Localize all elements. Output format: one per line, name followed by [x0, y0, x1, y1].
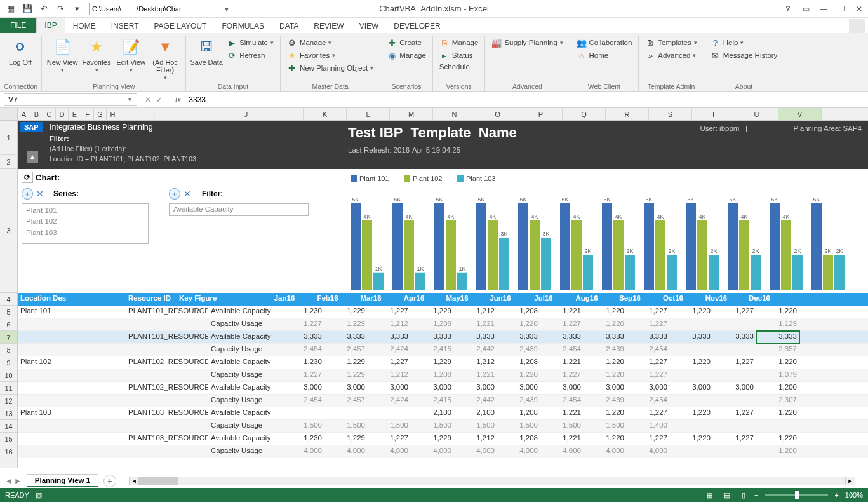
- cell-value[interactable]: 1,230: [281, 356, 324, 369]
- cell-value[interactable]: 1,220: [756, 356, 799, 369]
- col-month[interactable]: Jun16: [479, 294, 522, 304]
- row-header[interactable]: 5: [0, 306, 17, 318]
- cell-resource[interactable]: PLANT101_RESOURCE: [126, 306, 208, 318]
- table-row[interactable]: Capacity Usage2,4542,4572,4242,4152,4422…: [18, 395, 868, 407]
- cell-value[interactable]: 2,424: [368, 395, 411, 407]
- path-input[interactable]: [89, 3, 222, 15]
- cell-value[interactable]: 1,220: [670, 306, 713, 318]
- scen-create-button[interactable]: ✚Create: [384, 37, 429, 48]
- cell-value[interactable]: 3,000: [713, 382, 756, 394]
- cell-location[interactable]: [18, 433, 126, 445]
- column-header[interactable]: M: [390, 108, 433, 120]
- cell-keyfigure[interactable]: Available Capacity: [208, 306, 281, 318]
- table-row[interactable]: Capacity Usage1,2271,2291,2121,2081,2211…: [18, 369, 868, 382]
- favorites-button[interactable]: ★Favorites: [80, 36, 113, 74]
- cell-value[interactable]: 1,229: [324, 318, 368, 330]
- horizontal-scrollbar[interactable]: ◄ ►: [129, 476, 855, 486]
- collapse-icon[interactable]: ▲: [27, 151, 38, 163]
- table-row[interactable]: Capacity Usage1,5001,5001,5001,5001,5001…: [18, 420, 868, 433]
- cell-value[interactable]: 1,227: [368, 306, 411, 318]
- msghistory-button[interactable]: ✉Message History: [708, 50, 780, 61]
- cancel-icon[interactable]: ✕: [145, 95, 151, 104]
- series-item[interactable]: Plant 102: [26, 216, 144, 227]
- cell-value[interactable]: 1,227: [627, 369, 670, 381]
- cell-value[interactable]: 1,129: [756, 318, 799, 330]
- ribbon-display-icon[interactable]: ▭: [797, 2, 815, 16]
- cell-value[interactable]: 1,220: [756, 433, 799, 445]
- cell-value[interactable]: 2,439: [497, 344, 540, 356]
- cell-value[interactable]: 2,439: [584, 344, 627, 356]
- col-month[interactable]: May16: [436, 294, 479, 304]
- column-header[interactable]: O: [476, 108, 519, 120]
- tab-file[interactable]: FILE: [0, 18, 36, 33]
- cell-value[interactable]: 3,000: [670, 382, 713, 394]
- col-month[interactable]: Nov16: [695, 294, 738, 304]
- cell-value[interactable]: 3,333: [497, 331, 540, 343]
- row-header[interactable]: 14: [0, 420, 17, 433]
- cell-value[interactable]: 2,307: [756, 395, 799, 407]
- column-header[interactable]: S: [649, 108, 692, 120]
- scroll-left-icon[interactable]: ◄: [129, 477, 139, 485]
- remove-filter-icon[interactable]: ✕: [182, 188, 193, 200]
- cell-value[interactable]: 1,227: [281, 318, 324, 330]
- cell-value[interactable]: 1,220: [584, 318, 627, 330]
- col-month[interactable]: Mar16: [349, 294, 392, 304]
- cell-value[interactable]: 1,220: [584, 407, 627, 419]
- cell-value[interactable]: 3,000: [497, 382, 540, 394]
- cell-value[interactable]: 2,454: [627, 395, 670, 407]
- cell-value[interactable]: 1,500: [368, 420, 411, 432]
- cell-value[interactable]: 1,500: [454, 420, 497, 432]
- tab-home[interactable]: HOME: [65, 19, 103, 33]
- cell-location[interactable]: [18, 344, 126, 356]
- cell-value[interactable]: 1,220: [756, 306, 799, 318]
- cell-value[interactable]: 3,000: [368, 382, 411, 394]
- cell-value[interactable]: 3,000: [454, 382, 497, 394]
- cell-value[interactable]: 1,221: [540, 306, 584, 318]
- column-header[interactable]: T: [692, 108, 735, 120]
- cell-value[interactable]: 2,442: [454, 344, 497, 356]
- cell-value[interactable]: [713, 445, 756, 458]
- cell-value[interactable]: 1,500: [584, 420, 627, 432]
- cell-value[interactable]: 3,333: [454, 331, 497, 343]
- cell-resource[interactable]: PLANT102_RESOURCE: [126, 356, 208, 369]
- cell-value[interactable]: [324, 407, 368, 419]
- cell-value[interactable]: 1,227: [368, 433, 411, 445]
- cell-value[interactable]: 4,000: [411, 445, 454, 458]
- cell-value[interactable]: 1,227: [368, 356, 411, 369]
- table-row[interactable]: Capacity Usage4,0004,0004,0004,0004,0004…: [18, 445, 868, 458]
- column-header[interactable]: E: [69, 108, 81, 120]
- cell-value[interactable]: 4,000: [281, 445, 324, 458]
- cell-resource[interactable]: [126, 369, 208, 381]
- col-month[interactable]: Dec16: [738, 294, 781, 304]
- cell-keyfigure[interactable]: Capacity Usage: [208, 318, 281, 330]
- zoom-out-icon[interactable]: −: [754, 491, 758, 499]
- table-row[interactable]: PLANT101_RESOURCEAvailable Capacity3,333…: [18, 331, 868, 344]
- cell-value[interactable]: 3,333: [281, 331, 324, 343]
- normal-view-icon[interactable]: ▦: [704, 490, 715, 501]
- simulate-button[interactable]: ▶Simulate: [224, 37, 276, 48]
- cell-location[interactable]: [18, 331, 126, 343]
- row-header[interactable]: 7: [0, 331, 17, 344]
- cell-value[interactable]: 1,500: [540, 420, 584, 432]
- cell-value[interactable]: 1,200: [756, 382, 799, 394]
- column-header[interactable]: V: [778, 108, 822, 120]
- cell-value[interactable]: 2,454: [281, 344, 324, 356]
- column-header[interactable]: R: [606, 108, 649, 120]
- column-header[interactable]: P: [519, 108, 563, 120]
- close-icon[interactable]: ✕: [850, 2, 868, 16]
- cell-value[interactable]: 1,227: [627, 306, 670, 318]
- cell-keyfigure[interactable]: Capacity Usage: [208, 369, 281, 381]
- fx-icon[interactable]: fx: [170, 95, 186, 104]
- cell-value[interactable]: 2,457: [324, 395, 368, 407]
- cell-value[interactable]: 1,221: [454, 369, 497, 381]
- cell-value[interactable]: 1,212: [454, 356, 497, 369]
- supply-button[interactable]: 🏭Supply Planning: [489, 37, 565, 48]
- cell-value[interactable]: 1,227: [540, 369, 584, 381]
- scroll-right-icon[interactable]: ►: [845, 477, 855, 485]
- cell-resource[interactable]: [126, 445, 208, 458]
- cell-value[interactable]: 1,229: [324, 356, 368, 369]
- cell-value[interactable]: 1,227: [713, 433, 756, 445]
- cell-resource[interactable]: [126, 344, 208, 356]
- cell-value[interactable]: 1,220: [584, 356, 627, 369]
- cell-value[interactable]: 1,220: [670, 407, 713, 419]
